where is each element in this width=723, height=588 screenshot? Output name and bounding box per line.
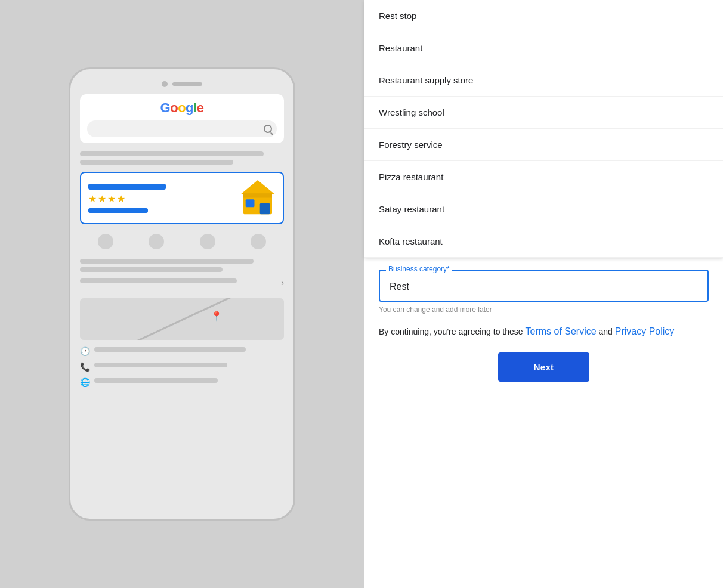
- phone-icon: [98, 234, 113, 249]
- business-card: ★ ★ ★ ★: [80, 172, 284, 224]
- lines-block: [80, 278, 276, 287]
- input-area: Business category* Rest: [364, 258, 723, 302]
- dropdown-item-pizza-restaurant[interactable]: Pizza restaurant: [364, 161, 723, 193]
- content-lines: ›: [80, 254, 284, 295]
- map-road: [80, 298, 284, 340]
- map-pin-icon: 📍: [211, 311, 223, 322]
- icon-row: [80, 229, 284, 254]
- svg-rect-4: [260, 203, 270, 214]
- star-3: ★: [107, 193, 116, 205]
- map-area: 📍: [80, 298, 284, 340]
- clock-icon: 🕐: [80, 346, 89, 356]
- dropdown-item-satay-restaurant[interactable]: Satay restaurant: [364, 193, 723, 225]
- star-4: ★: [117, 193, 125, 205]
- gray-line: [80, 151, 264, 156]
- svg-rect-3: [246, 199, 255, 207]
- gray-line: [80, 160, 233, 165]
- phone-camera-icon: [162, 81, 168, 87]
- phone-speaker-icon: [172, 82, 202, 86]
- business-category-value[interactable]: Rest: [390, 280, 698, 293]
- phone-call-icon: 📞: [80, 362, 89, 372]
- stars-row: ★ ★ ★ ★: [88, 193, 166, 205]
- svg-rect-2: [243, 193, 272, 197]
- terms-area: By continuing, you're agreeing to these …: [364, 314, 723, 338]
- terms-prefix: By continuing, you're agreeing to these: [379, 327, 526, 336]
- next-button-area: Next: [364, 338, 723, 382]
- dropdown-item-rest-stop[interactable]: Rest stop: [364, 0, 723, 32]
- bookmark-icon: [200, 234, 215, 249]
- gray-line: [94, 347, 246, 352]
- search-bar: [87, 120, 277, 137]
- dropdown-item-restaurant-supply[interactable]: Restaurant supply store: [364, 64, 723, 97]
- privacy-policy-link[interactable]: Privacy Policy: [615, 326, 675, 336]
- phone-mockup: Google ★ ★ ★ ★: [69, 67, 295, 521]
- dropdown-item-restaurant[interactable]: Restaurant: [364, 32, 723, 64]
- dropdown-item-kofta-restaurant[interactable]: Kofta restaurant: [364, 225, 723, 258]
- business-name-bar: [88, 184, 166, 190]
- chevron-row: ›: [80, 276, 284, 290]
- share-icon: [251, 234, 266, 249]
- gray-line: [94, 363, 227, 367]
- business-detail-bar: [88, 208, 148, 213]
- phone-row: 📞: [80, 359, 284, 375]
- hours-row: 🕐: [80, 343, 284, 359]
- gray-line: [94, 378, 218, 383]
- gray-line: [80, 278, 237, 283]
- row-lines: [94, 378, 284, 386]
- phone-top-bar: [80, 81, 284, 87]
- dropdown-item-wrestling-school[interactable]: Wrestling school: [364, 97, 723, 129]
- business-card-left: ★ ★ ★ ★: [88, 184, 166, 213]
- star-2: ★: [98, 193, 106, 205]
- store-icon: [240, 180, 276, 216]
- terms-of-service-link[interactable]: Terms of Service: [526, 326, 597, 336]
- category-dropdown[interactable]: Rest stop Restaurant Restaurant supply s…: [364, 0, 723, 258]
- search-icon: [264, 125, 272, 133]
- gray-line: [80, 259, 254, 264]
- google-logo: Google: [87, 100, 277, 116]
- chevron-right-icon: ›: [281, 278, 284, 287]
- star-1: ★: [88, 193, 97, 205]
- dropdown-item-forestry-service[interactable]: Forestry service: [364, 129, 723, 161]
- terms-conjunction: and: [597, 327, 615, 336]
- business-category-wrapper[interactable]: Business category* Rest: [379, 270, 709, 302]
- google-search-area: Google: [80, 94, 284, 143]
- globe-icon: 🌐: [80, 377, 89, 387]
- row-lines: [94, 363, 284, 371]
- left-panel: Google ★ ★ ★ ★: [0, 0, 364, 588]
- website-row: 🌐: [80, 375, 284, 390]
- business-category-label: Business category*: [386, 265, 452, 273]
- location-icon: [149, 234, 164, 249]
- gray-lines-top: [80, 148, 284, 172]
- right-panel: Rest stop Restaurant Restaurant supply s…: [364, 0, 723, 588]
- input-hint: You can change and add more later: [364, 302, 723, 314]
- gray-line: [80, 267, 223, 272]
- svg-marker-0: [241, 180, 274, 194]
- next-button[interactable]: Next: [498, 352, 590, 382]
- row-lines: [94, 347, 284, 355]
